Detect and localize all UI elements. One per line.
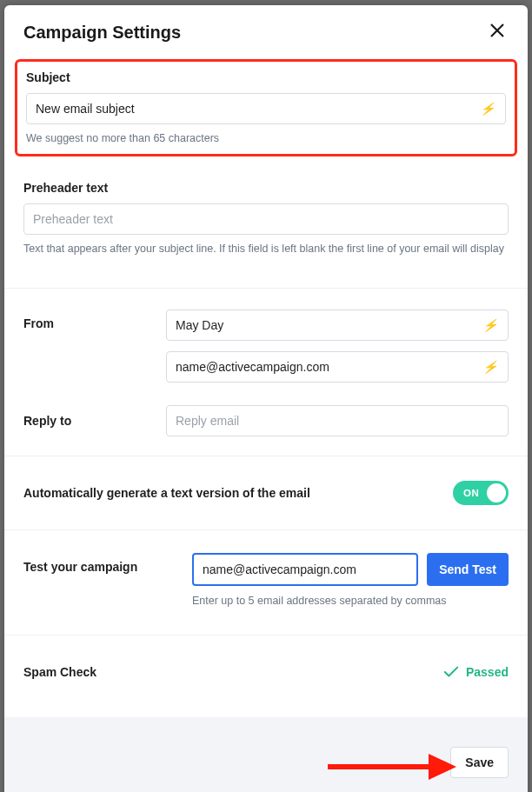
personalize-icon[interactable]: ⚡	[482, 360, 497, 374]
from-name-select[interactable]: May Day ⚡	[166, 309, 509, 341]
spam-check-row: Spam Check Passed	[4, 636, 528, 717]
text-version-label: Automatically generate a text version of…	[23, 486, 310, 500]
campaign-settings-modal: Campaign Settings Subject New email subj…	[4, 5, 528, 792]
modal-title: Campaign Settings	[23, 23, 181, 43]
save-button[interactable]: Save	[450, 747, 509, 778]
reply-to-input[interactable]	[166, 405, 509, 436]
text-version-row: Automatically generate a text version of…	[4, 456, 528, 529]
test-label: Test your campaign	[23, 560, 180, 574]
text-version-toggle[interactable]: ON	[453, 481, 509, 505]
spam-status-text: Passed	[466, 665, 509, 679]
close-button[interactable]	[486, 21, 509, 43]
personalize-icon[interactable]: ⚡	[482, 318, 497, 332]
subject-highlight-box: Subject New email subject ⚡ We suggest n…	[15, 59, 517, 156]
toggle-state-text: ON	[463, 488, 479, 498]
send-test-button[interactable]: Send Test	[427, 553, 509, 586]
from-email-value: name@activecampaign.com	[176, 360, 329, 374]
from-name-value: May Day	[176, 318, 223, 332]
preheader-section: Preheader text Text that appears after y…	[4, 165, 528, 273]
from-section: From May Day ⚡ name@activecampaign.com ⚡	[4, 289, 528, 402]
subject-input[interactable]: New email subject ⚡	[26, 93, 506, 124]
test-campaign-section: Test your campaign Send Test Enter up to…	[4, 530, 528, 612]
from-email-select[interactable]: name@activecampaign.com ⚡	[166, 351, 509, 383]
subject-value: New email subject	[36, 102, 135, 116]
check-icon	[443, 666, 459, 678]
personalize-icon[interactable]: ⚡	[480, 102, 495, 116]
toggle-knob	[487, 483, 506, 502]
preheader-input[interactable]	[23, 203, 509, 235]
subject-label: Subject	[26, 70, 506, 84]
spam-check-label: Spam Check	[23, 665, 96, 679]
annotation-arrow	[328, 752, 456, 782]
reply-to-section: Reply to	[4, 402, 528, 456]
test-email-input[interactable]	[192, 553, 418, 586]
preheader-label: Preheader text	[23, 181, 509, 195]
test-hint: Enter up to 5 email addresses separated …	[192, 595, 509, 607]
subject-hint: We suggest no more than 65 characters	[26, 131, 506, 147]
modal-header: Campaign Settings	[4, 5, 528, 52]
spam-check-status: Passed	[443, 665, 509, 679]
close-icon	[489, 23, 505, 38]
preheader-hint: Text that appears after your subject lin…	[23, 242, 509, 257]
modal-footer: Save	[4, 717, 528, 792]
from-label: From	[23, 316, 154, 374]
reply-to-label: Reply to	[23, 414, 154, 428]
